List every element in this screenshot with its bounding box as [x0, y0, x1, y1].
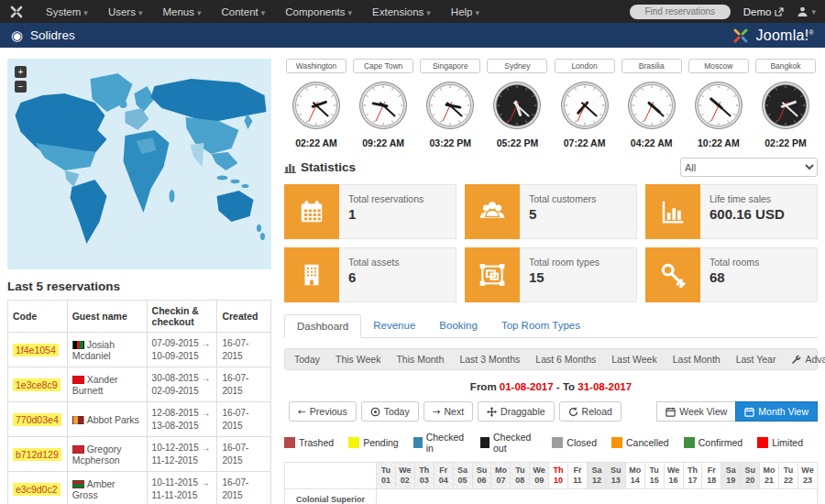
clock-time: 09:22 AM — [351, 137, 415, 148]
menu-label: Content — [222, 6, 258, 17]
calendar-today-button[interactable]: Today — [361, 401, 419, 422]
top-menu-item-extensions[interactable]: Extensions▾ — [363, 3, 440, 21]
chevron-down-icon: ▾ — [348, 8, 353, 17]
tab-revenue[interactable]: Revenue — [361, 314, 427, 338]
statistics-cards: Total reservations1Total customers5Life … — [284, 184, 818, 302]
world-clock-singapore: Singapore 03:22 PM — [418, 59, 482, 148]
stat-card: Total assets6 — [284, 247, 456, 302]
calendar-icon — [284, 184, 339, 239]
search-input[interactable] — [630, 5, 731, 19]
filter-last-6-months[interactable]: Last 6 Months — [535, 354, 596, 365]
calendar-draggable-button[interactable]: Draggable — [478, 401, 554, 422]
date-range-to-label: To — [563, 381, 575, 392]
country-flag-icon — [72, 480, 84, 488]
city-tab[interactable]: Moscow — [688, 59, 749, 73]
calendar-day-header: Th10 — [549, 463, 568, 489]
country-flag-icon — [72, 341, 84, 349]
stat-card: Total rooms68 — [645, 247, 818, 302]
reservations-header-row: CodeGuest nameCheckin & checkoutCreated — [8, 301, 271, 333]
calendar-reload-button[interactable]: Reload — [559, 401, 622, 422]
filter-last-week[interactable]: Last Week — [611, 354, 656, 365]
legend-label: Closed — [566, 437, 597, 448]
day-number: 17 — [684, 476, 702, 486]
day-of-week: Fr — [434, 466, 453, 476]
reservation-guest-cell: Amber Gross — [67, 472, 147, 504]
day-number: 02 — [396, 476, 414, 486]
map-zoom-in-button[interactable]: + — [15, 66, 27, 78]
stat-card-value: 5 — [529, 206, 627, 222]
chevron-down-icon: ▾ — [138, 8, 143, 17]
city-tab[interactable]: Washington — [286, 59, 346, 73]
analog-clock — [553, 80, 617, 135]
reservation-code-cell: e3c9d0c2 — [8, 472, 68, 504]
reservation-guest-cell: Xander Burnett — [67, 367, 147, 402]
filter-last-year[interactable]: Last Year — [736, 354, 776, 365]
city-tab[interactable]: Bangkok — [755, 59, 816, 73]
calendar-day-header: Fr18 — [702, 463, 721, 489]
stat-card-value: 6 — [348, 269, 446, 285]
stat-card-value: 1 — [348, 206, 446, 222]
topbar-right: Demo ▾ — [630, 5, 816, 19]
city-tab[interactable]: Cape Town — [353, 59, 413, 73]
world-map[interactable]: + − — [7, 59, 271, 269]
stat-card: Life time sales600.16 USD — [645, 184, 818, 239]
checkout-date: 11-12-2015 — [152, 455, 213, 467]
top-menu-item-menus[interactable]: Menus▾ — [153, 3, 210, 21]
filter-today[interactable]: Today — [294, 354, 320, 365]
day-of-week: Su — [473, 466, 491, 476]
day-number: 10 — [549, 476, 567, 486]
filter-last-month[interactable]: Last Month — [673, 354, 720, 365]
tab-booking[interactable]: Booking — [427, 314, 490, 338]
legend-checked-out: Checked out — [480, 432, 537, 454]
guest-name: Abbot Parks — [87, 414, 139, 425]
button-label: Draggable — [500, 406, 544, 417]
group-span-cell — [377, 489, 818, 504]
top-menu-item-help[interactable]: Help▾ — [442, 3, 489, 21]
day-of-week: Fr — [702, 466, 720, 476]
legend-label: Checked out — [493, 432, 537, 454]
statistics-filter-select[interactable]: All — [680, 158, 818, 177]
calendar-day-header: We09 — [530, 463, 549, 489]
week-view-button[interactable]: Week View — [656, 401, 736, 422]
filter-this-month[interactable]: This Month — [396, 354, 444, 365]
analog-clock — [620, 80, 684, 135]
calendar-previous-button[interactable]: ←Previous — [289, 401, 357, 422]
right-column: Washington 02:22 AMCape Town 09:22 AMSin… — [284, 59, 818, 504]
calendar-group-row: Colonial Superior — [285, 489, 818, 504]
calendar-day-header: Tu15 — [644, 463, 664, 489]
country-flag-icon — [72, 416, 84, 424]
day-number: 07 — [491, 476, 510, 486]
top-menu-item-content[interactable]: Content▾ — [213, 3, 275, 21]
chevron-down-icon: ▾ — [83, 8, 88, 17]
top-menu-item-components[interactable]: Components▾ — [276, 3, 361, 21]
menu-label: Extensions — [372, 6, 424, 17]
city-tab[interactable]: London — [555, 59, 615, 73]
calendar-header-row: Tu01We02Th03Fr04Sa05Su06Mo07Tu08We09Th10… — [285, 463, 818, 489]
preview-site-link[interactable]: Demo — [743, 6, 785, 17]
user-menu[interactable]: ▾ — [797, 5, 816, 17]
map-zoom-out-button[interactable]: − — [15, 81, 27, 93]
tab-dashboard[interactable]: Dashboard — [284, 314, 361, 338]
top-menu-item-users[interactable]: Users▾ — [99, 3, 152, 21]
joomla-color-icon — [732, 27, 750, 45]
filter-advanced[interactable]: Advanced — [791, 354, 825, 365]
tab-top-room-types[interactable]: Top Room Types — [490, 314, 592, 338]
city-tab[interactable]: Brasilia — [622, 59, 682, 73]
day-of-week: Sa — [721, 466, 740, 476]
calendar-next-button[interactable]: →Next — [424, 401, 473, 422]
city-tab[interactable]: Sydney — [487, 59, 547, 73]
external-link-icon — [775, 7, 784, 16]
day-of-week: Mo — [760, 466, 778, 476]
city-tab[interactable]: Singapore — [420, 59, 480, 73]
day-of-week: Sa — [454, 466, 472, 476]
clock-time: 02:22 PM — [754, 137, 818, 148]
reservation-created-cell: 16-07-2015 — [217, 402, 271, 437]
menu-label: Users — [108, 6, 136, 17]
top-menu-item-system[interactable]: System▾ — [37, 3, 97, 21]
clock-time: 04:22 AM — [620, 137, 684, 148]
filter-this-week[interactable]: This Week — [336, 354, 380, 365]
arrow-left-icon: ← — [298, 406, 306, 417]
filter-last-3-months[interactable]: Last 3 Months — [459, 354, 520, 365]
month-view-button[interactable]: Month View — [735, 401, 818, 422]
day-number: 12 — [588, 476, 606, 486]
